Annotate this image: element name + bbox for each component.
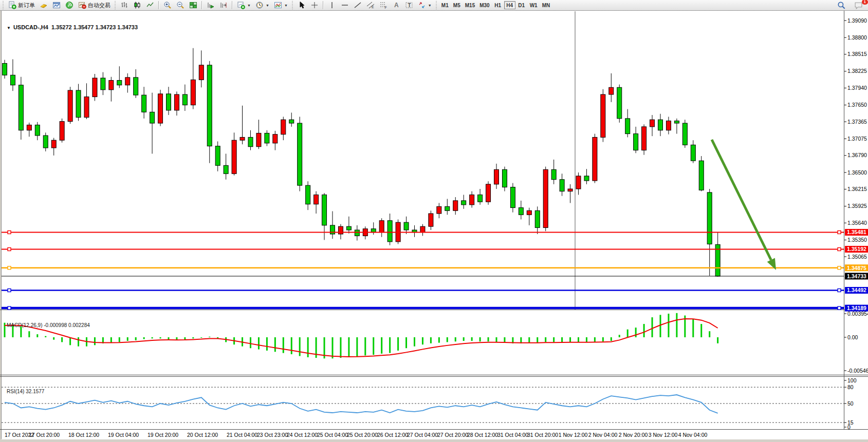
zoom-in-button[interactable] [161,1,174,10]
tile-windows-button[interactable] [187,1,199,10]
candlestick [666,121,671,130]
time-axis-label: 26 Oct 12:00 [377,432,408,438]
candlestick [60,122,64,141]
line-handle[interactable] [838,289,841,292]
search-button[interactable] [835,1,848,10]
svg-text:T: T [408,3,411,8]
timeframe-m15-button[interactable]: M15 [463,1,477,9]
candlestick [191,80,195,105]
timeframe-w1-button[interactable]: W1 [528,1,540,9]
timeframe-m1-button[interactable]: M1 [439,1,451,9]
channel-tool-button[interactable]: E [364,1,377,10]
fibonacci-tool-button[interactable]: F [377,1,390,10]
toolbar-grip[interactable] [114,1,117,9]
candlestick [650,120,655,127]
vertical-line-tool-button[interactable] [326,1,338,10]
chart-symbol-period: USDCAD-,H4 [13,24,48,30]
rsi-axis-label: 50 [847,400,854,407]
autotrading-label: 自动交易 [88,2,110,9]
line-handle[interactable] [8,247,11,251]
line-handle[interactable] [8,306,11,310]
line-handle[interactable] [838,230,841,234]
line-handle[interactable] [838,266,841,270]
chart-title-dropdown-icon[interactable]: ▼ [7,26,11,30]
line-handle[interactable] [8,289,11,292]
time-axis-label: 18 Oct 12:00 [68,432,99,438]
time-axis-label: 19 Oct 04:00 [108,432,139,438]
new-chart-button[interactable]: ▼ [235,1,253,10]
periods-button[interactable]: ▼ [253,1,271,10]
candlestick-chart-button[interactable] [131,1,143,10]
line-handle[interactable] [838,247,841,251]
zoom-out-button[interactable] [174,1,187,10]
candlestick [256,133,261,146]
clock-icon [255,1,264,9]
arrows-tool-button[interactable]: ▼ [416,1,434,10]
candlestick [43,136,48,148]
trend-arrow-line[interactable] [712,140,771,260]
auto-scroll-icon [207,1,215,9]
candlestick [519,208,523,215]
toolbar-grip[interactable] [435,1,438,9]
time-axis-label: 31 Oct 04:00 [497,432,528,438]
zoom-in-icon [163,1,172,9]
candlestick [158,94,163,123]
candlestick [298,123,302,185]
candlestick [478,195,483,202]
window-bottom-edge [0,439,868,442]
time-axis-label: 20 Oct 12:00 [187,432,218,438]
candlestick [306,185,310,204]
toolbar-grip[interactable] [2,1,5,9]
line-chart-button[interactable] [144,1,156,10]
timeframe-m30-button[interactable]: M30 [477,1,491,9]
candlestick [609,87,614,94]
gold-ingot-button[interactable] [38,1,50,10]
candlestick [601,94,605,137]
text-label-tool-button[interactable]: T [403,1,415,10]
text-tool-button[interactable]: A [390,1,402,10]
fibonacci-icon: F [379,1,387,9]
candlestick [68,90,72,122]
toolbar-separator [158,1,159,9]
line-handle[interactable] [8,230,11,234]
candlestick [658,120,663,130]
price-axis-label: 1.37650 [847,102,867,108]
candlestick [76,90,81,118]
new-order-button[interactable]: 新订单 [6,1,37,10]
candlestick [707,193,712,244]
autotrading-button[interactable]: 自动交易 [76,1,113,10]
timeframe-h1-button[interactable]: H1 [492,1,504,9]
timeframe-mn-button[interactable]: MN [540,1,552,9]
signals-button[interactable] [63,1,76,10]
candlestick [494,169,499,184]
chart-shift-icon [219,1,228,9]
timeframe-d1-button[interactable]: D1 [516,1,527,9]
line-handle[interactable] [8,266,11,270]
new-chart-icon [237,1,245,9]
candlestick [109,81,114,90]
timeframe-m5-button[interactable]: M5 [451,1,463,9]
horizontal-line-tool-button[interactable] [339,1,351,10]
candlestick [379,221,384,233]
crosshair-tool-button[interactable] [308,1,321,10]
line-handle[interactable] [838,306,841,310]
chat-badge: 1 [862,0,868,5]
candlestick [84,97,89,118]
text-icon: A [392,1,400,9]
toolbar-grip[interactable] [291,1,294,9]
market-watch-button[interactable] [50,1,63,10]
chart-shift-button[interactable] [217,1,230,10]
templates-button[interactable]: ▼ [272,1,290,10]
candlestick [10,75,15,85]
candlestick [232,140,236,174]
mt4-terminal: { "toolbar": { "new_order_label": "新订单",… [0,0,868,442]
price-line-label-text: 1.35481 [847,229,866,235]
auto-scroll-button[interactable] [205,1,217,10]
cursor-tool-button[interactable] [296,1,308,10]
trendline-tool-button[interactable] [352,1,364,10]
bar-chart-button[interactable] [118,1,131,10]
chat-button[interactable]: 1 [852,1,865,10]
candlestick [224,165,228,174]
timeframe-h4-button[interactable]: H4 [504,1,515,9]
search-icon [837,1,846,10]
